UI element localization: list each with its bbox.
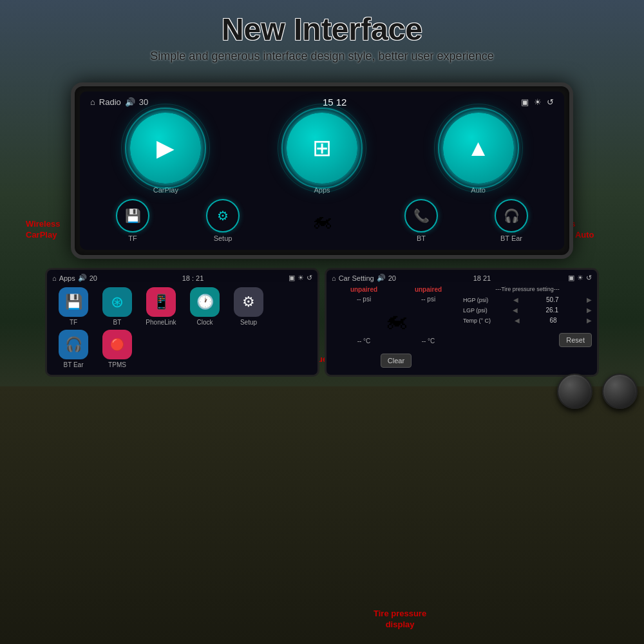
- apps-grid: 💾 TF ⊛ BT 📱 PhoneLink 🕐 Clock: [52, 286, 312, 370]
- tpms-right-panel: ---Tire pressure setting--- HGP (psi) ◀ …: [463, 286, 592, 368]
- hgp-decrease[interactable]: ◀: [513, 296, 518, 303]
- main-buttons-row: ▶ CarPlay ⊞ Apps ▲ Auto: [88, 113, 556, 194]
- radio-label: Radio: [99, 97, 121, 107]
- car-volume-icon: 🔊: [377, 274, 386, 282]
- app-tpms-icon[interactable]: 🔴: [102, 330, 132, 359]
- app-bt[interactable]: ⊛ BT: [97, 287, 137, 326]
- front-tpms-status: unpaired: [350, 286, 377, 293]
- apps-home-icon[interactable]: ⌂: [52, 274, 57, 282]
- temp-increase[interactable]: ▶: [587, 317, 592, 324]
- apps-icon: ⊞: [312, 135, 332, 162]
- motorcycle-icon: 🏍: [312, 209, 332, 232]
- home-icon[interactable]: ⌂: [90, 97, 95, 107]
- setup-button[interactable]: ⚙ Setup: [206, 199, 240, 242]
- apps-volume-val: 20: [90, 274, 97, 282]
- reset-button[interactable]: Reset: [559, 333, 592, 347]
- car-sd-icon: ▣: [568, 274, 574, 282]
- app-phonelink[interactable]: 📱 PhoneLink: [141, 287, 181, 326]
- temp-label: Temp (° C): [463, 317, 491, 324]
- car-setting-top-bar: ⌂ Car Setting 🔊 20 18 21 ▣ ☀ ↺: [332, 274, 592, 282]
- main-device-screen: ⌂ Radio 🔊 30 15 12 ▣ ☀ ↺: [71, 82, 573, 259]
- apps-bright-icon[interactable]: ☀: [298, 274, 304, 282]
- knob-right[interactable]: [602, 374, 638, 409]
- bt-ear-button[interactable]: 🎧 BT Ear: [495, 199, 528, 242]
- car-volume-val: 20: [388, 274, 396, 282]
- hgp-label: HGP (psi): [463, 297, 488, 303]
- volume-icon: 🔊: [125, 97, 135, 107]
- lgp-decrease[interactable]: ◀: [513, 307, 518, 314]
- apps-top-bar: ⌂ Apps 🔊 20 18 : 21 ▣ ☀ ↺: [52, 274, 312, 282]
- temp-row: Temp (° C) ◀ 68 ▶: [463, 317, 592, 324]
- car-home-icon[interactable]: ⌂: [332, 274, 336, 282]
- bt-circle[interactable]: 📞: [404, 199, 438, 232]
- app-setup-label: Setup: [240, 319, 257, 326]
- hgp-increase[interactable]: ▶: [587, 296, 592, 303]
- page-header: New Interface Simple and generous interf…: [0, 0, 644, 63]
- app-phonelink-label: PhoneLink: [146, 319, 176, 326]
- app-tf[interactable]: 💾 TF: [53, 287, 93, 326]
- bottom-panel: ⌂ Apps 🔊 20 18 : 21 ▣ ☀ ↺ 💾 TF: [32, 268, 612, 377]
- auto-circle[interactable]: ▲: [443, 113, 514, 184]
- app-setup[interactable]: ⚙ Setup: [229, 287, 269, 326]
- brightness-icon[interactable]: ☀: [534, 97, 542, 107]
- app-tpms[interactable]: 🔴 TPMS: [97, 330, 137, 368]
- hgp-row: HGP (psi) ◀ 50.7 ▶: [463, 296, 592, 303]
- annotation-tire: Tire pressuredisplay: [374, 609, 426, 630]
- tpms-left-panel: unpaired unpaired -- psi -- psi 🏍 -- °C …: [332, 286, 460, 368]
- apps-sub-screen: ⌂ Apps 🔊 20 18 : 21 ▣ ☀ ↺ 💾 TF: [45, 268, 319, 377]
- apps-sd-icon: ▣: [289, 274, 295, 282]
- setup-label: Setup: [214, 234, 232, 242]
- auto-icon: ▲: [467, 135, 490, 162]
- knobs-area: [557, 374, 638, 409]
- tf-label: TF: [128, 234, 137, 242]
- bt-ear-circle[interactable]: 🎧: [495, 199, 528, 232]
- app-bt-ear-label: BT Ear: [64, 361, 84, 368]
- bt-label: BT: [417, 234, 426, 242]
- app-bt-label: BT: [113, 319, 122, 326]
- back-icon[interactable]: ↺: [547, 97, 554, 107]
- page-subtitle: Simple and generous interface design sty…: [0, 50, 644, 63]
- app-bt-ear-icon[interactable]: 🎧: [59, 330, 88, 359]
- front-temp: -- °C: [357, 337, 371, 345]
- tf-circle[interactable]: 💾: [116, 199, 149, 232]
- temp-value: 68: [544, 317, 563, 324]
- rear-temp: -- °C: [422, 337, 435, 345]
- moto-center-icon: 🏍: [296, 204, 348, 238]
- rear-tpms-status: unpaired: [415, 286, 442, 293]
- sd-icon: ▣: [521, 97, 529, 107]
- clear-button[interactable]: Clear: [381, 354, 412, 368]
- temp-decrease[interactable]: ◀: [515, 317, 520, 324]
- carplay-circle[interactable]: ▶: [130, 113, 201, 184]
- app-bt-icon[interactable]: ⊛: [102, 287, 132, 317]
- lgp-increase[interactable]: ▶: [587, 307, 592, 314]
- app-tf-label: TF: [70, 319, 77, 326]
- tpms-temp-values: -- °C -- °C: [332, 337, 460, 345]
- volume-value: 30: [139, 97, 148, 107]
- app-clock-icon[interactable]: 🕐: [190, 287, 220, 317]
- car-back-icon[interactable]: ↺: [586, 274, 592, 282]
- app-setup-icon[interactable]: ⚙: [234, 287, 263, 317]
- app-clock-label: Clock: [196, 319, 213, 326]
- bt-button[interactable]: 📞 BT: [404, 199, 438, 242]
- apps-back-icon[interactable]: ↺: [307, 274, 312, 282]
- tpms-status-labels: unpaired unpaired: [332, 286, 460, 293]
- app-clock[interactable]: 🕐 Clock: [185, 287, 225, 326]
- app-tpms-label: TPMS: [108, 361, 126, 368]
- small-buttons-row: 💾 TF ⚙ Setup 🏍 📞 BT 🎧: [88, 199, 556, 242]
- app-phonelink-icon[interactable]: 📱: [146, 287, 176, 317]
- bt-ear-label: BT Ear: [500, 234, 522, 242]
- apps-button[interactable]: ⊞ Apps: [287, 113, 357, 194]
- carplay-button[interactable]: ▶ CarPlay: [130, 113, 201, 194]
- apps-circle[interactable]: ⊞: [287, 113, 357, 184]
- setup-circle[interactable]: ⚙: [206, 199, 240, 232]
- tf-button[interactable]: 💾 TF: [116, 199, 149, 242]
- car-time: 18 21: [473, 274, 491, 282]
- tpms-psi-values: -- psi -- psi: [332, 296, 460, 303]
- app-tf-icon[interactable]: 💾: [59, 287, 88, 317]
- auto-button[interactable]: ▲ Auto: [443, 113, 514, 194]
- knob-left[interactable]: [557, 374, 592, 409]
- app-bt-ear[interactable]: 🎧 BT Ear: [53, 330, 93, 368]
- car-bright-icon[interactable]: ☀: [577, 274, 583, 282]
- lgp-label: LGP (psi): [463, 307, 488, 314]
- apps-screen-label: Apps: [59, 274, 75, 282]
